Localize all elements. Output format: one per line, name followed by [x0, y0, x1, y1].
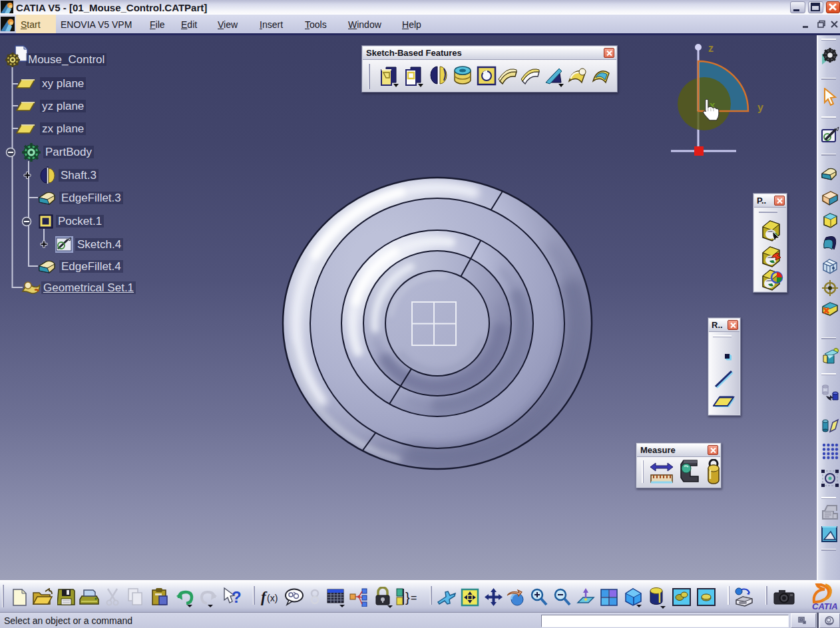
svg-text:}: } — [405, 590, 410, 605]
svg-text:(x): (x) — [267, 593, 278, 603]
svg-text:y: y — [757, 102, 763, 113]
svg-text:=: = — [411, 592, 417, 603]
svg-text:CATIA: CATIA — [812, 601, 838, 611]
svg-text:?: ? — [232, 588, 242, 606]
svg-text:z: z — [708, 43, 714, 54]
